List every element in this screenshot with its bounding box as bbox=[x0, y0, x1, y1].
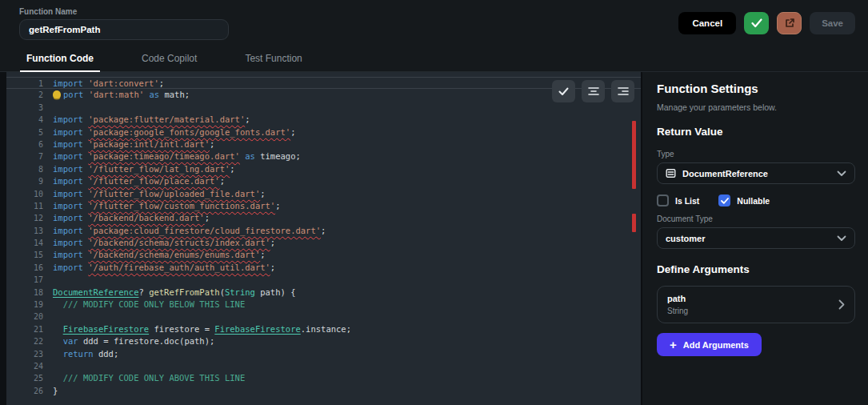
code-token: import bbox=[53, 139, 83, 149]
code-token: String bbox=[225, 287, 255, 297]
code-token: ; bbox=[260, 250, 265, 259]
document-reference-icon bbox=[666, 168, 676, 178]
editor-toolbar bbox=[552, 80, 634, 102]
code-token: '/backend/schema/structs/index.dart' bbox=[88, 238, 270, 247]
nullable-checkbox[interactable] bbox=[718, 194, 730, 207]
code-token: ? bbox=[138, 287, 149, 297]
code-token: 'package:google_fonts/google_fonts.dart' bbox=[88, 127, 290, 137]
code-token: /// MODIFY CODE ONLY BELOW THIS LINE bbox=[63, 299, 246, 309]
code-line: 26} bbox=[6, 385, 641, 397]
line-number: 9 bbox=[6, 175, 53, 187]
code-line: 6import 'package:intl/intl.dart'; bbox=[6, 138, 641, 150]
code-token: } bbox=[53, 386, 58, 395]
return-value-heading: Return Value bbox=[657, 126, 855, 138]
line-number: 6 bbox=[6, 138, 53, 150]
cancel-button[interactable]: Cancel bbox=[678, 12, 736, 34]
code-token: as bbox=[150, 90, 160, 99]
code-line: 5import 'package:google_fonts/google_fon… bbox=[6, 126, 641, 138]
function-name-input[interactable] bbox=[19, 19, 229, 40]
code-line: 17 bbox=[6, 274, 641, 286]
code-token: import bbox=[53, 127, 83, 137]
line-number: 1 bbox=[6, 78, 53, 88]
code-token: ; bbox=[260, 189, 265, 198]
code-token: ddd; bbox=[94, 349, 119, 359]
add-arguments-button[interactable]: + Add Arguments bbox=[657, 333, 762, 356]
return-type-value: DocumentReference bbox=[682, 169, 768, 178]
indent-code-button[interactable] bbox=[611, 80, 634, 102]
code-token bbox=[53, 299, 63, 309]
return-type-dropdown[interactable]: DocumentReference bbox=[657, 162, 855, 184]
code-line: 13import 'package:cloud_firestore/cloud_… bbox=[6, 225, 641, 237]
code-text: port 'dart:math' as math; bbox=[53, 89, 190, 101]
code-token: import bbox=[53, 238, 83, 247]
chevron-down-icon bbox=[837, 235, 846, 242]
add-arguments-label: Add Arguments bbox=[683, 340, 749, 350]
code-text: import '/backend/schema/enums/enums.dart… bbox=[53, 249, 266, 261]
code-token: import bbox=[53, 151, 83, 161]
document-type-dropdown[interactable]: customer bbox=[657, 227, 855, 249]
editor-check-button[interactable] bbox=[552, 80, 575, 102]
code-token: ; bbox=[205, 213, 210, 223]
line-number: 5 bbox=[6, 126, 53, 138]
code-token: port bbox=[63, 90, 83, 99]
code-token: ; bbox=[220, 176, 225, 186]
main-content: 1import 'dart:convert';2port 'dart:math'… bbox=[0, 72, 868, 405]
confirm-button[interactable] bbox=[744, 12, 769, 34]
code-text: var ddd = firestore.doc(path); bbox=[53, 335, 214, 347]
line-number: 21 bbox=[6, 323, 53, 335]
code-token: firestore = bbox=[149, 324, 214, 334]
argument-info: path String bbox=[667, 294, 688, 315]
code-token: import bbox=[53, 164, 83, 174]
code-text: import '/backend/schema/structs/index.da… bbox=[53, 237, 275, 249]
argument-type: String bbox=[667, 307, 688, 315]
function-name-field: Function Name bbox=[19, 6, 229, 40]
code-text: import '/flutter_flow/lat_lng.dart'; bbox=[53, 163, 235, 175]
code-line: 7import 'package:timeago/timeago.dart' a… bbox=[6, 150, 641, 162]
code-token: ; bbox=[245, 114, 250, 124]
code-line: 24 bbox=[6, 360, 641, 372]
format-code-button[interactable] bbox=[582, 80, 605, 102]
code-token: ; bbox=[159, 78, 164, 88]
code-line: 21 FirebaseFirestore firestore = Firebas… bbox=[6, 323, 641, 335]
code-token: ; bbox=[210, 139, 214, 149]
line-number: 24 bbox=[6, 360, 53, 372]
is-list-label: Is List bbox=[675, 196, 699, 206]
settings-subtitle: Manage your parameters below. bbox=[657, 102, 855, 113]
code-text: import 'package:timeago/timeago.dart' as… bbox=[53, 150, 301, 162]
line-number: 8 bbox=[6, 163, 53, 175]
function-name-label: Function Name bbox=[19, 7, 229, 16]
is-list-checkbox[interactable] bbox=[657, 194, 669, 207]
code-token: ddd = firestore.doc(path); bbox=[78, 336, 215, 346]
code-token: as bbox=[245, 151, 255, 161]
code-line: 23 return ddd; bbox=[6, 348, 641, 360]
code-token: getRefFromPath bbox=[149, 287, 220, 297]
tab-function-code[interactable]: Function Code bbox=[25, 46, 95, 71]
code-line: 19 /// MODIFY CODE ONLY BELOW THIS LINE bbox=[6, 299, 641, 311]
open-external-button[interactable] bbox=[777, 12, 802, 34]
code-token: var bbox=[63, 336, 78, 346]
check-icon bbox=[751, 18, 762, 28]
code-token: 'package:flutter/material.dart' bbox=[88, 114, 245, 124]
line-number: 3 bbox=[6, 102, 53, 114]
tab-code-copilot[interactable]: Code Copilot bbox=[140, 46, 198, 71]
code-token: import bbox=[53, 250, 83, 259]
code-token: import bbox=[53, 263, 83, 272]
code-text: import 'dart:convert'; bbox=[53, 78, 164, 88]
code-line: 20 bbox=[6, 311, 641, 323]
code-token: '/flutter_flow/place.dart' bbox=[88, 176, 219, 186]
code-lines: 1import 'dart:convert';2port 'dart:math'… bbox=[6, 77, 641, 397]
code-line: 10import '/flutter_flow/uploaded_file.da… bbox=[6, 188, 641, 200]
code-text: /// MODIFY CODE ONLY ABOVE THIS LINE bbox=[53, 372, 245, 384]
tab-test-function[interactable]: Test Function bbox=[243, 46, 303, 71]
code-text: import 'package:intl/intl.dart'; bbox=[53, 138, 214, 150]
code-token: ; bbox=[270, 263, 275, 272]
line-number: 7 bbox=[6, 150, 53, 162]
line-number: 10 bbox=[6, 188, 53, 200]
code-token: import bbox=[53, 201, 83, 211]
code-token: '/flutter_flow/custom_functions.dart' bbox=[88, 201, 275, 211]
line-number: 11 bbox=[6, 200, 53, 212]
save-button[interactable]: Save bbox=[810, 12, 855, 34]
code-editor[interactable]: 1import 'dart:convert';2port 'dart:math'… bbox=[6, 72, 641, 405]
argument-card[interactable]: path String bbox=[657, 286, 855, 323]
code-token: ; bbox=[275, 201, 280, 211]
